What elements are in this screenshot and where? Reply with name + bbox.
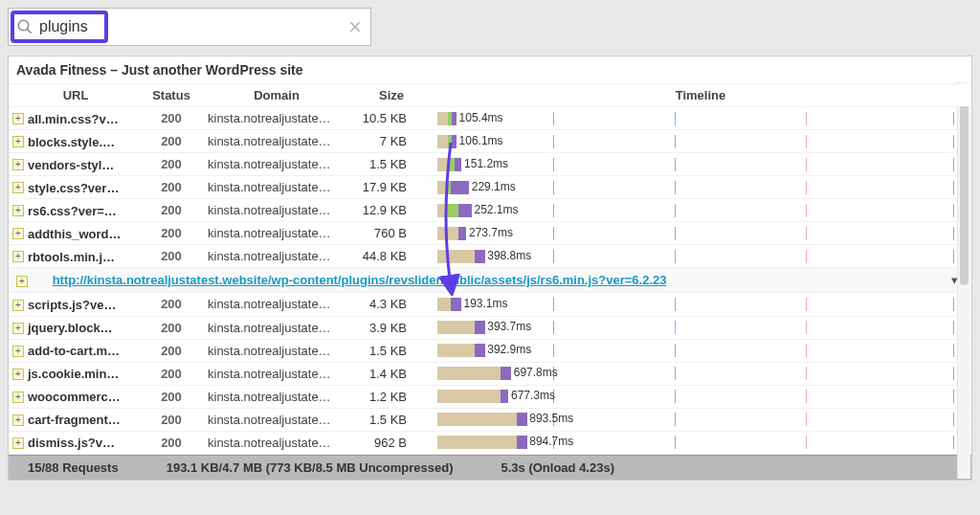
- search-input[interactable]: [39, 18, 347, 35]
- size-cell: 962 B: [353, 431, 430, 454]
- page-title: Avada Fitness – Just another WordPress s…: [9, 56, 971, 83]
- table-row[interactable]: +js.cookie.min… 200 kinsta.notrealjustat…: [9, 362, 971, 385]
- timeline-cell: 697.8ms: [430, 362, 971, 385]
- table-row[interactable]: +dismiss.js?v… 200 kinsta.notrealjustate…: [9, 431, 971, 454]
- col-timeline[interactable]: Timeline: [430, 84, 971, 107]
- domain-cell: kinsta.notrealjustate…: [200, 408, 353, 431]
- domain-cell: kinsta.notrealjustate…: [200, 222, 353, 245]
- table-row[interactable]: +rbtools.min.j… 200 kinsta.notrealjustat…: [9, 245, 971, 268]
- timeline-cell: 894.7ms: [430, 431, 971, 454]
- url-text: rs6.css?ver=…: [28, 204, 117, 218]
- timeline-cell: 393.7ms: [430, 316, 971, 339]
- svg-line-1: [27, 29, 32, 34]
- expand-icon[interactable]: +: [12, 414, 24, 426]
- domain-cell: kinsta.notrealjustate…: [200, 176, 353, 199]
- expand-icon[interactable]: +: [12, 300, 24, 311]
- status-cell: 200: [143, 222, 200, 245]
- timeline-cell: 229.1ms: [430, 176, 971, 199]
- status-cell: 200: [143, 199, 200, 222]
- expand-icon[interactable]: +: [12, 251, 24, 262]
- url-text: blocks.style.…: [28, 135, 115, 149]
- url-text: jquery.block…: [28, 321, 113, 335]
- time-label: 398.8ms: [487, 249, 531, 262]
- size-cell: 12.9 KB: [353, 199, 430, 222]
- timeline-cell: 677.3ms: [430, 385, 971, 408]
- expand-icon[interactable]: +: [12, 228, 24, 239]
- clear-icon[interactable]: [347, 19, 363, 34]
- domain-cell: kinsta.notrealjustate…: [200, 153, 353, 176]
- url-text: style.css?ver…: [28, 181, 119, 195]
- size-cell: 1.4 KB: [353, 362, 430, 385]
- col-size[interactable]: Size: [353, 84, 430, 107]
- table-row[interactable]: +woocommerc… 200 kinsta.notrealjustate… …: [9, 385, 971, 408]
- domain-cell: kinsta.notrealjustate…: [200, 431, 353, 454]
- status-cell: 200: [143, 107, 200, 130]
- size-cell: 1.5 KB: [353, 339, 430, 362]
- table-row[interactable]: + http://kinsta.notrealjustatest.website…: [9, 268, 971, 293]
- search-icon: [16, 18, 33, 35]
- expand-icon[interactable]: +: [12, 113, 24, 124]
- size-cell: 7 KB: [353, 130, 430, 153]
- url-text: all.min.css?v…: [28, 112, 119, 126]
- table-header-row: URL Status Domain Size Timeline: [9, 84, 971, 107]
- url-text: rbtools.min.j…: [28, 250, 115, 264]
- status-cell: 200: [143, 362, 200, 385]
- table-row[interactable]: +add-to-cart.m… 200 kinsta.notrealjustat…: [9, 339, 971, 362]
- status-cell: 200: [143, 316, 200, 339]
- size-cell: 44.8 KB: [353, 245, 430, 268]
- table-row[interactable]: +blocks.style.… 200 kinsta.notrealjustat…: [9, 130, 971, 153]
- time-label: 229.1ms: [472, 180, 516, 193]
- time-label: 252.1ms: [475, 203, 519, 216]
- table-row[interactable]: +addthis_word… 200 kinsta.notrealjustate…: [9, 222, 971, 245]
- summary-bar: 15/88 Requests 193.1 KB/4.7 MB (773 KB/8…: [9, 455, 971, 480]
- col-domain[interactable]: Domain: [200, 84, 353, 107]
- expand-icon[interactable]: +: [12, 136, 24, 147]
- domain-cell: kinsta.notrealjustate…: [200, 385, 353, 408]
- table-row[interactable]: +rs6.css?ver=… 200 kinsta.notrealjustate…: [9, 199, 971, 222]
- time-label: 677.3ms: [511, 389, 555, 402]
- status-cell: 200: [143, 339, 200, 362]
- search-bar[interactable]: [8, 8, 371, 46]
- timeline-cell: 105.4ms: [430, 107, 971, 130]
- table-row[interactable]: +all.min.css?v… 200 kinsta.notrealjustat…: [9, 107, 971, 130]
- expand-icon[interactable]: +: [12, 159, 24, 170]
- col-status[interactable]: Status: [143, 84, 200, 107]
- table-row[interactable]: +style.css?ver… 200 kinsta.notrealjustat…: [9, 176, 971, 199]
- table-row[interactable]: +vendors-styl… 200 kinsta.notrealjustate…: [9, 153, 971, 176]
- domain-cell: kinsta.notrealjustate…: [200, 199, 353, 222]
- summary-time: 5.3s (Onload 4.23s): [501, 460, 615, 475]
- col-url[interactable]: URL: [9, 84, 143, 107]
- status-cell: 200: [143, 293, 200, 316]
- table-row[interactable]: +jquery.block… 200 kinsta.notrealjustate…: [9, 316, 971, 339]
- timeline-cell: 252.1ms: [430, 199, 971, 222]
- expand-icon[interactable]: +: [12, 182, 24, 193]
- size-cell: 1.5 KB: [353, 153, 430, 176]
- status-cell: 200: [143, 431, 200, 454]
- domain-cell: kinsta.notrealjustate…: [200, 130, 353, 153]
- timeline-cell: 398.8ms: [430, 245, 971, 268]
- network-panel: Avada Fitness – Just another WordPress s…: [8, 56, 972, 481]
- size-cell: 760 B: [353, 222, 430, 245]
- expand-icon[interactable]: +: [12, 437, 24, 449]
- table-row[interactable]: +cart-fragment… 200 kinsta.notrealjustat…: [9, 408, 971, 431]
- size-cell: 1.5 KB: [353, 408, 430, 431]
- time-label: 106.1ms: [459, 134, 503, 147]
- expand-icon[interactable]: +: [12, 392, 24, 403]
- expand-icon[interactable]: +: [12, 346, 24, 357]
- status-cell: 200: [143, 408, 200, 431]
- expand-icon[interactable]: +: [16, 276, 28, 287]
- table-row[interactable]: +scripts.js?ve… 200 kinsta.notrealjustat…: [9, 293, 971, 316]
- summary-size: 193.1 KB/4.7 MB (773 KB/8.5 MB Uncompres…: [167, 460, 454, 475]
- expanded-url-link[interactable]: http://kinsta.notrealjustatest.website/w…: [53, 273, 667, 287]
- url-text: vendors-styl…: [28, 158, 114, 172]
- expand-icon[interactable]: +: [12, 323, 24, 334]
- timeline-cell: 106.1ms: [430, 130, 971, 153]
- domain-cell: kinsta.notrealjustate…: [200, 107, 353, 130]
- timeline-cell: 273.7ms: [430, 222, 971, 245]
- expand-icon[interactable]: +: [12, 369, 24, 380]
- size-cell: 17.9 KB: [353, 176, 430, 199]
- size-cell: 3.9 KB: [353, 316, 430, 339]
- url-text: cart-fragment…: [28, 413, 121, 427]
- expand-icon[interactable]: +: [12, 205, 24, 216]
- size-cell: 10.5 KB: [353, 107, 430, 130]
